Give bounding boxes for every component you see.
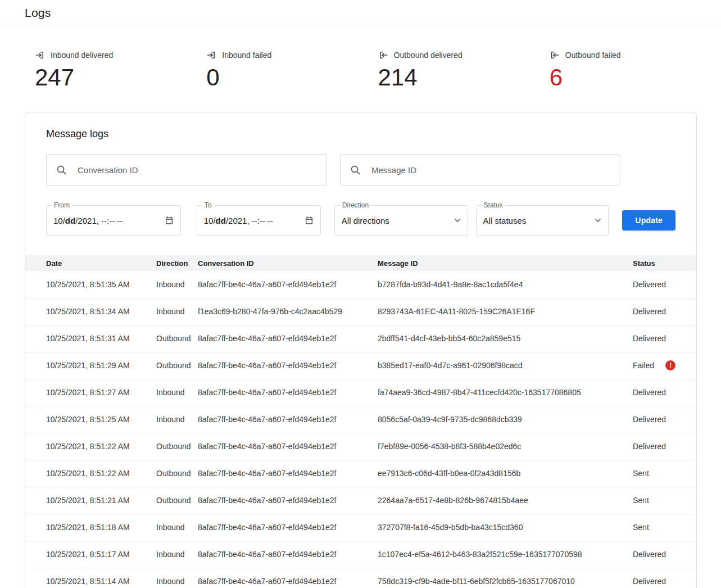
table-header-row: Date Direction Conversation ID Message I… <box>25 255 696 271</box>
log-table-body: 10/25/2021, 8:51:35 AM Inbound 8afac7ff-… <box>25 271 696 588</box>
cell-conversation-id: 8afac7ff-be4c-46a7-a607-efd494eb1e2f <box>198 379 378 406</box>
table-row: 10/25/2021, 8:51:27 AM Inbound 8afac7ff-… <box>25 379 696 406</box>
cell-status: Delivered <box>633 298 696 325</box>
error-icon: ! <box>665 360 675 370</box>
filter-row: From 10/dd/2021, --:-- -- To 10/dd/2021,… <box>46 205 675 236</box>
cell-conversation-id: 8afac7ff-be4c-46a7-a607-efd494eb1e2f <box>198 541 378 568</box>
cell-direction: Inbound <box>156 568 198 588</box>
col-header-date: Date <box>25 255 156 271</box>
cell-status: Delivered <box>633 379 696 406</box>
topbar: Logs <box>0 0 721 26</box>
stats-row: Inbound delivered 247 Inbound failed 0 O… <box>35 50 721 90</box>
cell-direction: Inbound <box>156 298 198 325</box>
table-row: 10/25/2021, 8:51:21 AM Outbound 8afac7ff… <box>25 487 696 514</box>
cell-message-id: 758dc319-cf9b-4ade-bf11-6ebf5f2fcb65-163… <box>378 568 633 588</box>
stat-label: Inbound failed <box>222 51 271 60</box>
calendar-icon[interactable] <box>305 216 314 225</box>
cell-direction: Inbound <box>156 514 198 541</box>
cell-status: Delivered <box>633 541 696 568</box>
cell-status: Sent <box>633 487 696 514</box>
cell-date: 10/25/2021, 8:51:18 AM <box>25 514 156 541</box>
cell-conversation-id: 8afac7ff-be4c-46a7-a607-efd494eb1e2f <box>198 325 378 352</box>
cell-message-id: 1c107ec4-ef5a-4612-b463-83a2f521c59e-163… <box>378 541 633 568</box>
cell-date: 10/25/2021, 8:51:22 AM <box>25 460 156 487</box>
cell-conversation-id: 8afac7ff-be4c-46a7-a607-efd494eb1e2f <box>198 460 378 487</box>
status-text: Delivered <box>633 307 666 316</box>
status-text: Failed <box>633 361 654 370</box>
stat-label-row: Outbound delivered <box>378 50 550 60</box>
cell-message-id: fa74aea9-36cd-4987-8b47-411cecfd420c-163… <box>378 379 633 406</box>
cell-direction: Outbound <box>156 460 198 487</box>
status-select[interactable]: Status All statuses <box>476 205 609 236</box>
table-row: 10/25/2021, 8:51:17 AM Inbound 8afac7ff-… <box>25 541 696 568</box>
stat-outbound-failed: Outbound failed 6 <box>550 50 721 90</box>
cell-date: 10/25/2021, 8:51:35 AM <box>25 271 156 298</box>
message-id-search-field[interactable] <box>340 154 620 186</box>
status-text: Sent <box>633 469 649 478</box>
stat-label-row: Inbound failed <box>206 50 378 60</box>
cell-message-id: b7287fda-b93d-4d41-9a8e-8ac1cda5f4e4 <box>378 271 633 298</box>
table-row: 10/25/2021, 8:51:14 AM Inbound 8afac7ff-… <box>25 568 696 588</box>
status-selected-value: All statuses <box>483 216 591 225</box>
cell-direction: Outbound <box>156 352 198 379</box>
conversation-id-input[interactable] <box>76 165 317 175</box>
status-text: Delivered <box>633 442 666 451</box>
col-header-conversation-id: Conversation ID <box>198 255 378 271</box>
cell-date: 10/25/2021, 8:51:27 AM <box>25 379 156 406</box>
status-text: Sent <box>633 496 649 505</box>
stat-value: 6 <box>550 65 721 90</box>
cell-status: Delivered <box>633 433 696 460</box>
table-row: 10/25/2021, 8:51:25 AM Inbound 8afac7ff-… <box>25 406 696 433</box>
cell-date: 10/25/2021, 8:51:21 AM <box>25 487 156 514</box>
cell-direction: Outbound <box>156 433 198 460</box>
table-row: 10/25/2021, 8:51:22 AM Outbound 8afac7ff… <box>25 433 696 460</box>
message-id-input[interactable] <box>370 165 611 175</box>
calendar-icon[interactable] <box>165 216 174 225</box>
cell-status: Sent <box>633 514 696 541</box>
cell-direction: Outbound <box>156 325 198 352</box>
table-row: 10/25/2021, 8:51:31 AM Outbound 8afac7ff… <box>25 325 696 352</box>
stat-outbound-delivered: Outbound delivered 214 <box>378 50 550 90</box>
cell-date: 10/25/2021, 8:51:31 AM <box>25 325 156 352</box>
cell-message-id: 2264aa7a-6517-4e8b-826b-9674815b4aee <box>378 487 633 514</box>
cell-conversation-id: 8afac7ff-be4c-46a7-a607-efd494eb1e2f <box>198 433 378 460</box>
stat-label: Inbound delivered <box>51 51 113 60</box>
inbound-arrow-icon <box>206 50 216 60</box>
direction-selected-value: All directions <box>342 216 450 225</box>
outbound-arrow-icon <box>378 50 388 60</box>
search-icon <box>56 164 67 175</box>
col-header-status: Status <box>633 255 696 271</box>
col-header-message-id: Message ID <box>378 255 633 271</box>
cell-status: Delivered <box>633 568 696 588</box>
from-date-field[interactable]: From 10/dd/2021, --:-- -- <box>46 205 181 236</box>
cell-message-id: 8293743A-61EC-4A11-8025-159C26A1E16F <box>378 298 633 325</box>
update-button[interactable]: Update <box>622 210 675 230</box>
table-row: 10/25/2021, 8:51:29 AM Outbound 8afac7ff… <box>25 352 696 379</box>
cell-status: Delivered <box>633 325 696 352</box>
cell-direction: Inbound <box>156 541 198 568</box>
card-title: Message logs <box>46 128 696 140</box>
chevron-down-icon <box>595 218 601 223</box>
cell-status: Delivered <box>633 271 696 298</box>
to-date-field[interactable]: To 10/dd/2021, --:-- -- <box>197 205 321 236</box>
cell-status: Delivered <box>633 406 696 433</box>
stat-value: 247 <box>35 65 206 90</box>
col-header-direction: Direction <box>156 255 198 271</box>
conversation-id-search-field[interactable] <box>46 154 327 186</box>
cell-date: 10/25/2021, 8:51:17 AM <box>25 541 156 568</box>
to-field-label: To <box>202 201 214 209</box>
cell-conversation-id: 8afac7ff-be4c-46a7-a607-efd494eb1e2f <box>198 487 378 514</box>
outbound-arrow-icon <box>550 50 560 60</box>
status-select-label: Status <box>482 201 505 209</box>
stat-label: Outbound delivered <box>394 51 462 60</box>
cell-conversation-id: 8afac7ff-be4c-46a7-a607-efd494eb1e2f <box>198 352 378 379</box>
direction-select[interactable]: Direction All directions <box>334 205 468 236</box>
from-field-label: From <box>52 201 72 209</box>
inbound-arrow-icon <box>35 50 45 60</box>
stat-label-row: Outbound failed <box>550 50 721 60</box>
direction-select-label: Direction <box>340 201 371 209</box>
stat-label: Outbound failed <box>565 51 621 60</box>
stat-inbound-delivered: Inbound delivered 247 <box>35 50 206 90</box>
cell-date: 10/25/2021, 8:51:29 AM <box>25 352 156 379</box>
message-log-table: Date Direction Conversation ID Message I… <box>25 255 696 588</box>
